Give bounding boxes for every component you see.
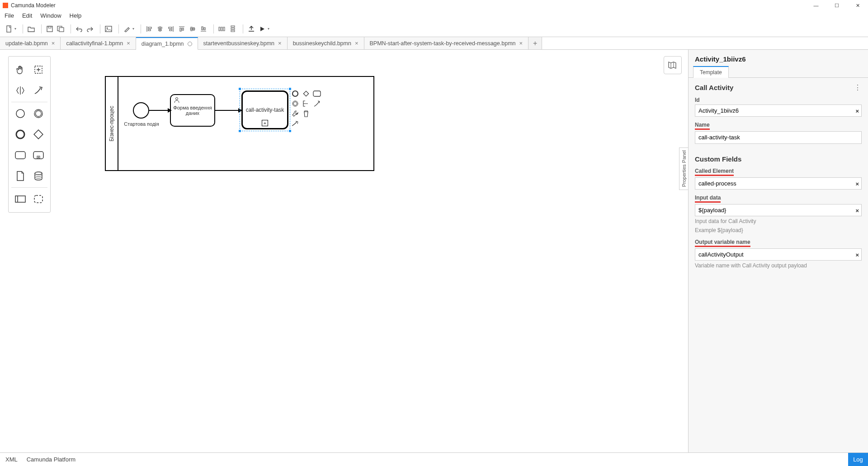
run-icon[interactable] (258, 24, 267, 33)
log-button[interactable]: Log (848, 453, 868, 466)
tab-close-icon[interactable]: × (52, 40, 55, 47)
menu-help[interactable]: Help (70, 12, 82, 19)
tab-close-icon[interactable]: × (519, 40, 523, 47)
tab-0[interactable]: update-lab.bpmn× (0, 37, 61, 49)
input-data-input[interactable] (695, 204, 862, 216)
distribute-h-icon[interactable] (217, 24, 226, 33)
bpmn-pool[interactable]: Бізнес-процес Стартова подія Форма введе… (105, 76, 374, 171)
tab-close-icon[interactable]: × (127, 40, 130, 47)
context-pad (291, 90, 324, 129)
clear-icon[interactable]: × (855, 180, 859, 187)
space-tool-icon[interactable] (13, 83, 28, 98)
new-file-icon[interactable] (5, 24, 14, 33)
ctx-sequence-flow-icon[interactable] (291, 119, 299, 128)
group-call-activity: Call Activity ⋮ (689, 78, 868, 96)
toolbar-separator (141, 24, 141, 33)
properties-panel-toggle[interactable]: Properties Panel (679, 147, 688, 190)
status-platform[interactable]: Camunda Platform (27, 456, 75, 463)
lasso-tool-icon[interactable] (31, 62, 46, 77)
menu-file[interactable]: File (5, 12, 14, 19)
align-bottom-icon[interactable] (199, 24, 208, 33)
svg-point-31 (293, 102, 297, 105)
tab-close-icon[interactable]: × (278, 40, 282, 47)
open-file-icon[interactable] (27, 24, 36, 33)
ctx-intermediate-event-icon[interactable] (291, 100, 299, 108)
ctx-gateway-icon[interactable] (302, 90, 310, 98)
sequence-flow[interactable] (215, 110, 241, 111)
align-top-icon[interactable] (177, 24, 186, 33)
minimap-toggle[interactable] (664, 56, 682, 74)
align-middle-icon[interactable] (188, 24, 197, 33)
end-event-icon[interactable] (13, 127, 28, 142)
data-object-icon[interactable] (13, 168, 28, 184)
properties-panel: Activity_1biivz6 Template Call Activity … (688, 50, 868, 452)
clear-icon[interactable]: × (855, 107, 859, 114)
distribute-v-icon[interactable] (228, 24, 237, 33)
tab-add-button[interactable]: + (528, 37, 542, 49)
tab-3[interactable]: starteventbussineskey.bpmn× (198, 37, 288, 49)
ctx-annotation-icon[interactable] (302, 100, 310, 108)
align-left-icon[interactable] (145, 24, 154, 33)
minimize-button[interactable]: — (806, 0, 826, 11)
svg-point-26 (176, 98, 178, 100)
close-window-button[interactable]: ✕ (847, 0, 868, 11)
sequence-flow[interactable] (149, 110, 170, 111)
image-icon[interactable] (104, 24, 113, 33)
tab-label: BPMN-start-after-system-task-by-received… (370, 40, 516, 47)
tab-close-icon[interactable]: × (355, 40, 359, 47)
tab-label: starteventbussineskey.bpmn (203, 40, 275, 47)
toolbar-separator (23, 24, 23, 33)
group-menu-icon[interactable]: ⋮ (854, 83, 862, 92)
save-as-icon[interactable] (56, 24, 65, 33)
tab-5[interactable]: BPMN-start-after-system-task-by-received… (364, 37, 529, 49)
ctx-wrench-icon[interactable] (291, 109, 299, 118)
status-xml[interactable]: XML (5, 456, 18, 463)
bpmn-call-activity[interactable]: call-activity-task + (241, 90, 288, 129)
participant-icon[interactable] (13, 191, 28, 207)
diagram-canvas[interactable]: Бізнес-процес Стартова подія Форма введе… (0, 50, 688, 452)
svg-rect-8 (221, 27, 222, 31)
tab-2[interactable]: diagram_1.bpmn (136, 37, 198, 50)
tab-1[interactable]: callactivityfinal-1.bpmn× (61, 37, 136, 49)
task-icon[interactable] (13, 147, 28, 163)
connect-tool-icon[interactable] (31, 83, 46, 98)
hand-tool-icon[interactable] (13, 62, 28, 77)
clear-icon[interactable]: × (855, 251, 859, 258)
svg-rect-25 (34, 195, 42, 203)
redo-icon[interactable] (85, 24, 94, 33)
bpmn-user-task[interactable]: Форма введення даних (170, 94, 215, 127)
menu-edit[interactable]: Edit (22, 12, 32, 19)
clear-icon[interactable]: × (855, 207, 859, 214)
save-icon[interactable] (45, 24, 54, 33)
ctx-connect-icon[interactable] (313, 100, 321, 108)
maximize-button[interactable]: ☐ (826, 0, 847, 11)
run-caret-icon[interactable]: ▾ (268, 27, 269, 31)
start-event-icon[interactable] (13, 106, 28, 121)
output-variable-desc: Variable name with Call Activity output … (695, 262, 862, 270)
data-store-icon[interactable] (31, 168, 46, 184)
group-title: Call Activity (695, 84, 733, 91)
menu-window[interactable]: Window (40, 12, 61, 19)
name-input[interactable] (695, 131, 862, 144)
id-input[interactable] (695, 105, 862, 117)
svg-rect-18 (34, 130, 43, 139)
align-right-icon[interactable] (166, 24, 175, 33)
bpmn-start-event[interactable] (133, 102, 149, 119)
subprocess-icon[interactable] (31, 147, 46, 163)
color-icon[interactable] (123, 24, 132, 33)
new-file-caret-icon[interactable]: ▾ (14, 27, 16, 31)
undo-icon[interactable] (75, 24, 84, 33)
tab-4[interactable]: bussineskeychild.bpmn× (288, 37, 364, 49)
called-element-input[interactable] (695, 177, 862, 190)
ctx-task-icon[interactable] (313, 90, 321, 98)
ctx-end-event-icon[interactable] (291, 90, 299, 98)
align-center-icon[interactable] (156, 24, 165, 33)
tab-template[interactable]: Template (693, 66, 729, 78)
output-variable-input[interactable] (695, 248, 862, 261)
ctx-delete-icon[interactable] (302, 109, 310, 118)
group-icon[interactable] (31, 191, 46, 207)
deploy-icon[interactable] (247, 24, 256, 33)
intermediate-event-icon[interactable] (31, 106, 46, 121)
gateway-icon[interactable] (31, 127, 46, 142)
color-caret-icon[interactable]: ▾ (132, 27, 134, 31)
